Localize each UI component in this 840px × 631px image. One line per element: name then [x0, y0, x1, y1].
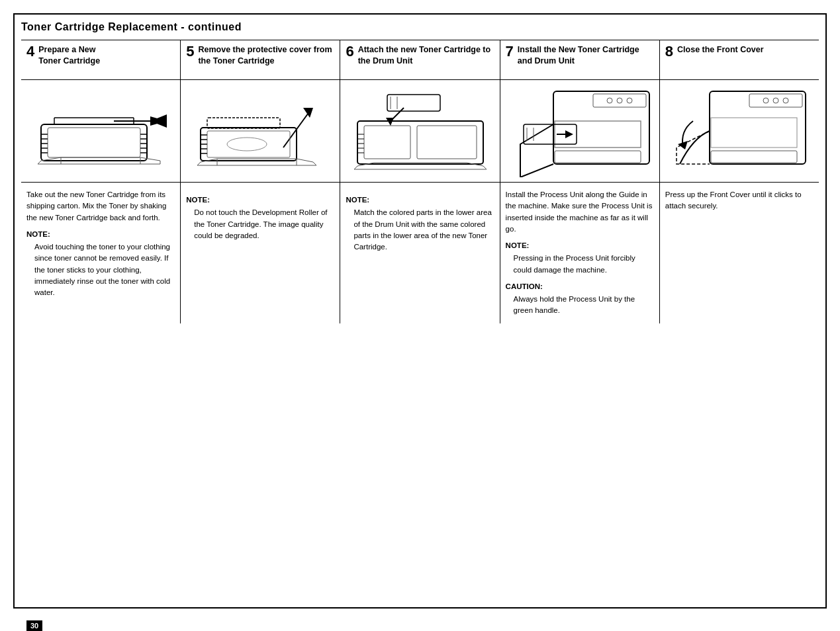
step-title-6: Attach the new Toner Cartridge to the Dr… — [358, 44, 494, 67]
step-4-svg — [28, 85, 173, 177]
page-number: 30 — [26, 620, 42, 631]
svg-rect-39 — [387, 95, 440, 111]
svg-point-50 — [617, 98, 622, 103]
page-container: Toner Cartridge Replacement - continued … — [13, 13, 827, 631]
step-7-svg — [507, 85, 653, 177]
svg-rect-36 — [417, 126, 477, 159]
svg-point-31 — [227, 138, 267, 151]
step-header-4: 4 Prepare a NewToner Cartridge — [21, 40, 180, 80]
page-title: Toner Cartridge Replacement - continued — [21, 21, 819, 33]
step-number-5: 5 — [186, 44, 194, 59]
step-col-6: 6 Attach the new Toner Cartridge to the … — [340, 40, 500, 323]
svg-point-49 — [607, 98, 612, 103]
step-number-6: 6 — [346, 44, 353, 59]
step-6-svg — [348, 85, 493, 177]
svg-rect-23 — [201, 128, 297, 161]
step-title-8: Close the Front Cover — [677, 44, 764, 56]
svg-rect-66 — [711, 151, 797, 163]
svg-rect-61 — [749, 94, 802, 107]
steps-row: 4 Prepare a NewToner Cartridge — [21, 40, 819, 323]
svg-rect-35 — [364, 126, 410, 159]
step-header-6: 6 Attach the new Toner Cartridge to the … — [340, 40, 499, 80]
step-title-7: Install the New Toner Cartridge and Drum… — [518, 44, 654, 67]
step-7-note-text: Pressing in the Process Unit forcibly co… — [514, 253, 654, 276]
svg-rect-3 — [48, 128, 140, 157]
step-col-5: 5 Remove the protective cover from the T… — [181, 40, 340, 323]
svg-rect-65 — [711, 118, 797, 147]
step-5-note-text: Do not touch the Development Roller of t… — [194, 207, 334, 241]
step-image-6 — [340, 80, 499, 183]
step-header-7: 7 Install the New Toner Cartridge and Dr… — [500, 40, 659, 80]
step-8-svg — [667, 85, 812, 177]
step-7-caution-label: CAUTION: — [506, 281, 654, 292]
step-7-note-label: NOTE: — [506, 240, 654, 251]
svg-marker-22 — [303, 108, 313, 118]
step-body-6: NOTE: Match the colored parts in the low… — [340, 183, 499, 323]
step-body-8: Press up the Front Cover until it clicks… — [660, 183, 819, 323]
step-header-8: 8 Close the Front Cover — [660, 40, 819, 80]
step-title-5: Remove the protective cover from the Ton… — [198, 44, 334, 67]
svg-point-51 — [627, 98, 632, 103]
svg-point-64 — [783, 98, 788, 103]
step-6-note-label: NOTE: — [346, 194, 494, 206]
step-number-4: 4 — [26, 44, 34, 59]
step-number-7: 7 — [506, 44, 514, 59]
step-5-svg — [187, 85, 333, 177]
svg-marker-57 — [565, 130, 573, 138]
svg-rect-59 — [710, 91, 806, 164]
step-4-para-1: Take out the new Toner Cartridge from it… — [26, 189, 175, 224]
step-col-4: 4 Prepare a NewToner Cartridge — [21, 40, 181, 323]
step-4-note-text: Avoid touching the toner to your clothin… — [34, 241, 175, 298]
step-8-para-1: Press up the Front Cover until it clicks… — [665, 189, 814, 212]
page-wrapper: Toner Cartridge Replacement - continued … — [13, 13, 827, 609]
step-col-7: 7 Install the New Toner Cartridge and Dr… — [500, 40, 660, 323]
svg-rect-47 — [553, 91, 649, 164]
svg-point-62 — [763, 98, 769, 103]
svg-rect-2 — [41, 124, 147, 161]
svg-rect-24 — [207, 131, 290, 157]
step-image-5 — [181, 80, 340, 183]
step-6-note-text: Match the colored parts in the lower are… — [353, 207, 494, 253]
svg-rect-30 — [207, 118, 280, 128]
step-image-8 — [660, 80, 819, 183]
step-body-5: NOTE: Do not touch the Development Rolle… — [181, 183, 340, 323]
step-5-note-label: NOTE: — [186, 194, 334, 206]
step-4-note-label: NOTE: — [26, 229, 175, 240]
step-number-8: 8 — [665, 44, 673, 59]
step-body-7: Install the Process Unit along the Guide… — [500, 183, 659, 323]
step-header-5: 5 Remove the protective cover from the T… — [181, 40, 340, 80]
step-7-para-1: Install the Process Unit along the Guide… — [506, 189, 654, 235]
step-title-4: Prepare a NewToner Cartridge — [38, 44, 100, 67]
svg-rect-58 — [555, 151, 641, 163]
svg-rect-48 — [593, 94, 646, 107]
step-image-7 — [500, 80, 659, 183]
svg-rect-34 — [357, 121, 483, 164]
step-body-4: Take out the new Toner Cartridge from it… — [21, 183, 180, 323]
svg-point-63 — [773, 98, 778, 103]
step-7-caution-text: Always hold the Process Unit by the gree… — [514, 294, 654, 317]
step-col-8: 8 Close the Front Cover — [660, 40, 819, 323]
step-image-4 — [21, 80, 180, 183]
